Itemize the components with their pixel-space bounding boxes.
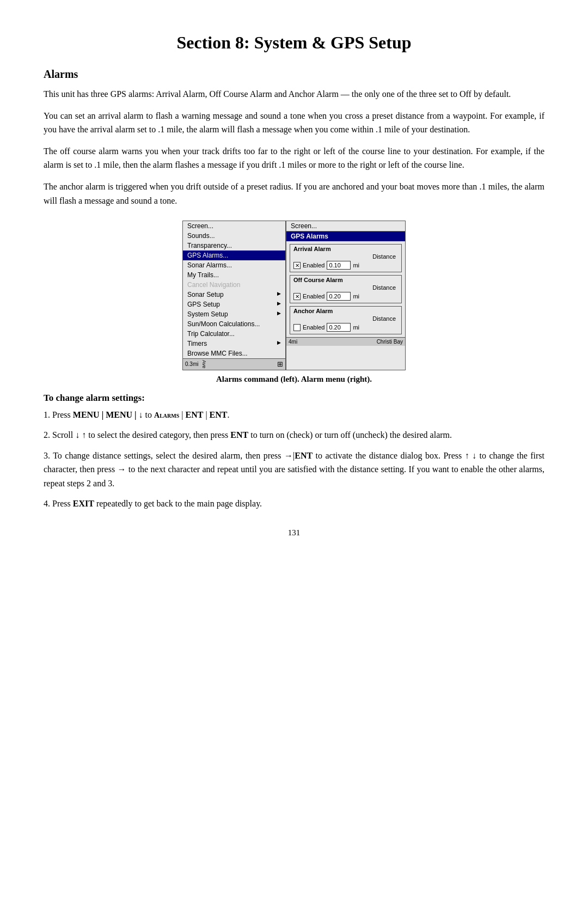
- alarms-paragraph-1: This unit has three GPS alarms: Arrival …: [44, 87, 544, 101]
- arrival-alarm-distance-input[interactable]: 0.10: [327, 261, 351, 270]
- alarm-bottom-distance: 4mi: [289, 339, 297, 345]
- alarm-panel-title: GPS Alarms: [286, 231, 405, 241]
- step-2-ent: ENT: [230, 430, 248, 439]
- menu-item-gps-setup[interactable]: GPS Setup: [183, 300, 285, 309]
- menu-item-browse-mmc[interactable]: Browse MMC Files...: [183, 349, 285, 358]
- step-1-bold: MENU | MENU | ↓: [73, 410, 143, 419]
- figure-container: Screen... Sounds... Transparency... GPS …: [182, 221, 406, 370]
- off-course-alarm-group: Off Course Alarm Distance Enabled 0.20 m…: [290, 275, 402, 303]
- off-course-alarm-distance-input[interactable]: 0.20: [327, 292, 351, 301]
- instructions-heading: To change alarm settings:: [44, 393, 544, 404]
- step-1-ent1: ENT: [185, 410, 203, 419]
- menu-item-sonar-setup[interactable]: Sonar Setup: [183, 290, 285, 300]
- arrival-alarm-unit: mi: [353, 262, 359, 268]
- menu-item-transparency[interactable]: Transparency...: [183, 241, 285, 251]
- arrival-alarm-label: Arrival Alarm: [293, 246, 398, 252]
- figure-caption: Alarms command (left). Alarm menu (right…: [44, 375, 544, 384]
- step-3: 3. To change distance settings, select t…: [44, 449, 544, 491]
- step-4: 4. Press EXIT repeatedly to get back to …: [44, 497, 544, 511]
- menu-item-sonar-alarms[interactable]: Sonar Alarms...: [183, 260, 285, 270]
- right-alarm-panel: Screen... GPS Alarms Arrival Alarm Dista…: [286, 221, 406, 370]
- alarms-paragraph-4: The anchor alarm is triggered when you d…: [44, 180, 544, 207]
- bottom-ave-label: Ave: [201, 360, 207, 368]
- alarm-bottom-location: Christi Bay: [377, 339, 403, 345]
- menu-item-my-trails[interactable]: My Trails...: [183, 270, 285, 280]
- menu-item-gps-alarms[interactable]: GPS Alarms...: [183, 251, 285, 260]
- menu-item-sun-moon[interactable]: Sun/Moon Calculations...: [183, 319, 285, 329]
- step-3-ent: ENT: [295, 451, 313, 460]
- menu-bottom-bar: 0.3mi Ave ⊞: [183, 358, 285, 369]
- step-1: 1. Press MENU | MENU | ↓ to Alarms | ENT…: [44, 408, 544, 422]
- step-1-ent2: ENT: [210, 410, 228, 419]
- off-course-alarm-label: Off Course Alarm: [293, 277, 398, 283]
- left-menu-panel: Screen... Sounds... Transparency... GPS …: [182, 221, 286, 370]
- bottom-distance: 0.3mi: [185, 361, 198, 367]
- anchor-alarm-label: Anchor Alarm: [293, 308, 398, 314]
- menu-item-trip-calc[interactable]: Trip Calculator...: [183, 329, 285, 339]
- off-course-alarm-row: Enabled 0.20 mi: [293, 292, 398, 301]
- step-1-alarms: Alarms: [154, 411, 179, 419]
- step-2: 2. Scroll ↓ ↑ to select the desired cate…: [44, 428, 544, 442]
- arrival-distance-label: Distance: [293, 253, 398, 260]
- anchor-alarm-distance-input[interactable]: 0.20: [327, 323, 351, 332]
- off-course-alarm-enabled-label: Enabled: [303, 293, 324, 300]
- menu-item-timers[interactable]: Timers: [183, 339, 285, 349]
- anchor-alarm-group: Anchor Alarm Distance Enabled 0.20 mi: [290, 306, 402, 334]
- page-number: 131: [44, 528, 544, 538]
- alarm-panel-bottom: 4mi Christi Bay: [286, 337, 405, 346]
- step-4-exit: EXIT: [73, 499, 94, 508]
- bottom-icon: ⊞: [277, 360, 283, 368]
- arrival-alarm-enabled-label: Enabled: [303, 262, 324, 268]
- anchor-alarm-unit: mi: [353, 324, 359, 331]
- alarms-paragraph-2: You can set an arrival alarm to flash a …: [44, 109, 544, 137]
- off-course-alarm-checkbox[interactable]: [293, 293, 301, 300]
- anchor-alarm-enabled-label: Enabled: [303, 324, 324, 331]
- off-course-alarm-unit: mi: [353, 293, 359, 300]
- alarm-screen-label: Screen...: [286, 221, 405, 231]
- anchor-distance-label: Distance: [293, 315, 398, 322]
- off-course-distance-label: Distance: [293, 284, 398, 291]
- page-title: Section 8: System & GPS Setup: [44, 33, 544, 53]
- arrival-alarm-group: Arrival Alarm Distance Enabled 0.10 mi: [290, 244, 402, 272]
- arrival-alarm-row: Enabled 0.10 mi: [293, 261, 398, 270]
- menu-item-screen[interactable]: Screen...: [183, 221, 285, 231]
- anchor-alarm-checkbox[interactable]: [293, 324, 301, 331]
- anchor-alarm-row: Enabled 0.20 mi: [293, 323, 398, 332]
- arrival-alarm-checkbox[interactable]: [293, 262, 301, 269]
- alarms-paragraph-3: The off course alarm warns you when your…: [44, 144, 544, 172]
- alarms-heading: Alarms: [44, 68, 544, 81]
- menu-item-sounds[interactable]: Sounds...: [183, 231, 285, 241]
- menu-item-cancel-nav: Cancel Navigation: [183, 280, 285, 290]
- menu-item-system-setup[interactable]: System Setup: [183, 309, 285, 319]
